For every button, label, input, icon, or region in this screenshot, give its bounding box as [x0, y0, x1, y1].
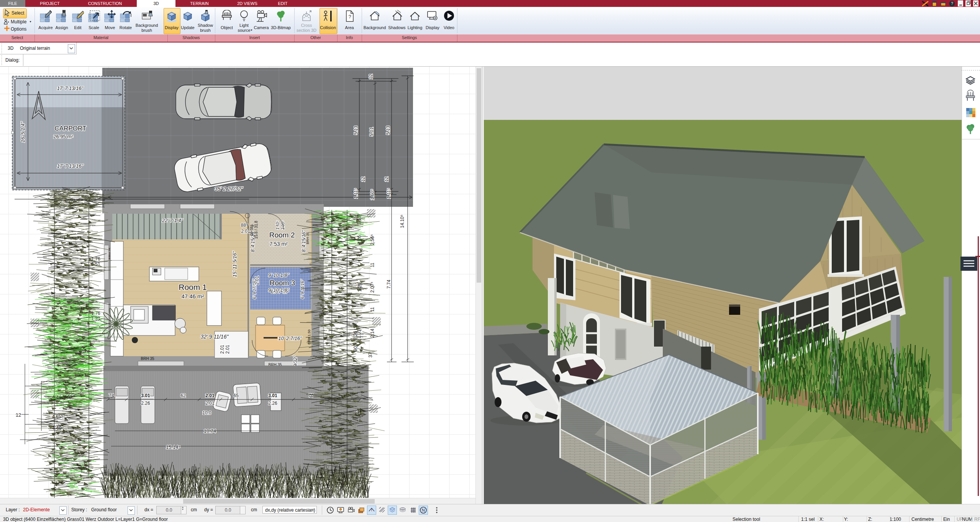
svg-text:?: ? — [348, 14, 351, 20]
svg-text:?: ? — [951, 2, 953, 6]
svg-text:N: N — [422, 508, 425, 512]
